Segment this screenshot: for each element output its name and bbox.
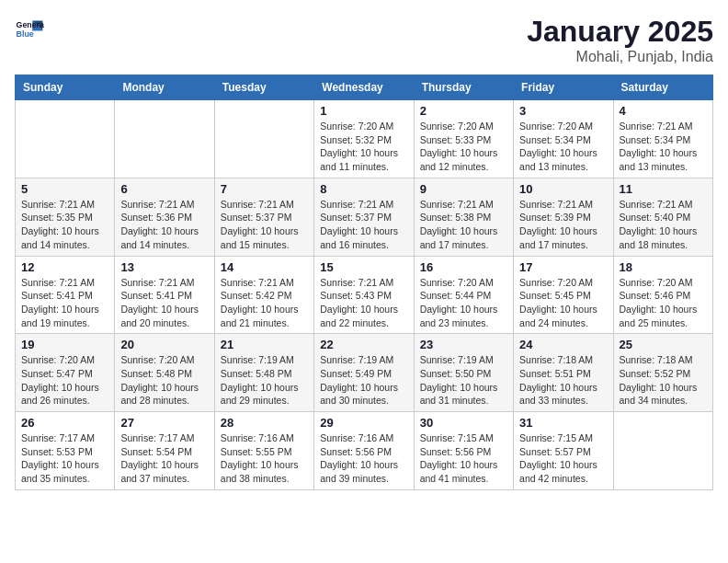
day-number: 4 <box>620 104 707 118</box>
day-info: Sunrise: 7:21 AMSunset: 5:38 PMDaylight:… <box>420 198 507 252</box>
calendar-cell: 10Sunrise: 7:21 AMSunset: 5:39 PMDayligh… <box>514 178 613 256</box>
calendar-cell: 29Sunrise: 7:16 AMSunset: 5:56 PMDayligh… <box>314 412 414 490</box>
day-info: Sunrise: 7:15 AMSunset: 5:56 PMDaylight:… <box>420 431 507 486</box>
day-number: 17 <box>519 260 607 274</box>
day-header-monday: Monday <box>115 75 214 100</box>
calendar-cell <box>214 100 313 178</box>
calendar-table: SundayMondayTuesdayWednesdayThursdayFrid… <box>15 75 713 490</box>
day-number: 8 <box>320 182 407 196</box>
week-row-5: 26Sunrise: 7:17 AMSunset: 5:53 PMDayligh… <box>16 412 713 490</box>
calendar-cell: 13Sunrise: 7:21 AMSunset: 5:41 PMDayligh… <box>115 256 214 334</box>
day-number: 27 <box>120 416 208 430</box>
day-number: 21 <box>221 338 308 351</box>
logo: General Blue <box>15 15 44 44</box>
day-info: Sunrise: 7:21 AMSunset: 5:34 PMDaylight:… <box>620 120 707 174</box>
day-number: 3 <box>519 104 607 118</box>
calendar-cell: 21Sunrise: 7:19 AMSunset: 5:48 PMDayligh… <box>214 334 313 412</box>
day-number: 19 <box>21 338 108 351</box>
day-number: 2 <box>420 104 507 118</box>
day-number: 9 <box>420 182 507 196</box>
calendar-cell: 6Sunrise: 7:21 AMSunset: 5:36 PMDaylight… <box>115 178 214 256</box>
day-number: 20 <box>120 338 208 351</box>
calendar-cell: 2Sunrise: 7:20 AMSunset: 5:33 PMDaylight… <box>414 100 513 178</box>
day-info: Sunrise: 7:20 AMSunset: 5:48 PMDaylight:… <box>120 353 208 408</box>
day-number: 26 <box>21 416 108 430</box>
week-row-4: 19Sunrise: 7:20 AMSunset: 5:47 PMDayligh… <box>16 334 713 412</box>
calendar-cell: 27Sunrise: 7:17 AMSunset: 5:54 PMDayligh… <box>115 412 214 490</box>
calendar-cell <box>115 100 214 178</box>
day-number: 15 <box>320 260 407 274</box>
calendar-cell: 22Sunrise: 7:19 AMSunset: 5:49 PMDayligh… <box>314 334 414 412</box>
day-info: Sunrise: 7:21 AMSunset: 5:35 PMDaylight:… <box>21 198 108 252</box>
day-info: Sunrise: 7:17 AMSunset: 5:53 PMDaylight:… <box>21 431 108 486</box>
calendar-cell: 15Sunrise: 7:21 AMSunset: 5:43 PMDayligh… <box>314 256 414 334</box>
day-info: Sunrise: 7:21 AMSunset: 5:40 PMDaylight:… <box>620 198 707 252</box>
day-number: 6 <box>120 182 208 196</box>
calendar-cell: 25Sunrise: 7:18 AMSunset: 5:52 PMDayligh… <box>613 334 712 412</box>
day-number: 12 <box>21 260 108 274</box>
week-row-1: 1Sunrise: 7:20 AMSunset: 5:32 PMDaylight… <box>16 100 713 178</box>
day-number: 30 <box>420 416 507 430</box>
day-header-friday: Friday <box>514 75 613 100</box>
logo-icon: General Blue <box>15 15 44 44</box>
day-info: Sunrise: 7:20 AMSunset: 5:34 PMDaylight:… <box>519 120 607 174</box>
day-info: Sunrise: 7:20 AMSunset: 5:45 PMDaylight:… <box>519 276 607 330</box>
calendar-cell: 26Sunrise: 7:17 AMSunset: 5:53 PMDayligh… <box>16 412 115 490</box>
calendar-cell: 8Sunrise: 7:21 AMSunset: 5:37 PMDaylight… <box>314 178 414 256</box>
week-row-2: 5Sunrise: 7:21 AMSunset: 5:35 PMDaylight… <box>16 178 713 256</box>
day-info: Sunrise: 7:15 AMSunset: 5:57 PMDaylight:… <box>519 431 607 486</box>
day-number: 16 <box>420 260 507 274</box>
day-header-thursday: Thursday <box>414 75 513 100</box>
day-info: Sunrise: 7:21 AMSunset: 5:41 PMDaylight:… <box>120 276 208 330</box>
calendar-cell: 19Sunrise: 7:20 AMSunset: 5:47 PMDayligh… <box>16 334 115 412</box>
calendar-cell: 7Sunrise: 7:21 AMSunset: 5:37 PMDaylight… <box>214 178 313 256</box>
page-header: General Blue January 2025 Mohali, Punjab… <box>15 15 713 65</box>
calendar-cell: 18Sunrise: 7:20 AMSunset: 5:46 PMDayligh… <box>613 256 712 334</box>
day-info: Sunrise: 7:21 AMSunset: 5:39 PMDaylight:… <box>519 198 607 252</box>
day-number: 10 <box>519 182 607 196</box>
day-info: Sunrise: 7:21 AMSunset: 5:41 PMDaylight:… <box>21 276 108 330</box>
day-number: 23 <box>420 338 507 351</box>
title-block: January 2025 Mohali, Punjab, India <box>527 15 713 65</box>
day-number: 29 <box>320 416 407 430</box>
day-info: Sunrise: 7:16 AMSunset: 5:56 PMDaylight:… <box>320 431 407 486</box>
calendar-cell: 28Sunrise: 7:16 AMSunset: 5:55 PMDayligh… <box>214 412 313 490</box>
day-number: 1 <box>320 104 407 118</box>
header-row: SundayMondayTuesdayWednesdayThursdayFrid… <box>16 75 713 100</box>
day-number: 28 <box>221 416 308 430</box>
day-number: 24 <box>519 338 607 351</box>
calendar-cell: 16Sunrise: 7:20 AMSunset: 5:44 PMDayligh… <box>414 256 513 334</box>
day-info: Sunrise: 7:16 AMSunset: 5:55 PMDaylight:… <box>221 431 308 486</box>
day-info: Sunrise: 7:21 AMSunset: 5:36 PMDaylight:… <box>120 198 208 252</box>
day-number: 31 <box>519 416 607 430</box>
calendar-cell: 23Sunrise: 7:19 AMSunset: 5:50 PMDayligh… <box>414 334 513 412</box>
day-number: 11 <box>620 182 707 196</box>
day-info: Sunrise: 7:20 AMSunset: 5:33 PMDaylight:… <box>420 120 507 174</box>
day-info: Sunrise: 7:19 AMSunset: 5:50 PMDaylight:… <box>420 353 507 408</box>
calendar-cell <box>613 412 712 490</box>
day-number: 22 <box>320 338 407 351</box>
day-info: Sunrise: 7:18 AMSunset: 5:52 PMDaylight:… <box>620 353 707 408</box>
calendar-cell: 4Sunrise: 7:21 AMSunset: 5:34 PMDaylight… <box>613 100 712 178</box>
day-header-wednesday: Wednesday <box>314 75 414 100</box>
day-number: 13 <box>120 260 208 274</box>
day-info: Sunrise: 7:20 AMSunset: 5:32 PMDaylight:… <box>320 120 407 174</box>
calendar-cell: 30Sunrise: 7:15 AMSunset: 5:56 PMDayligh… <box>414 412 513 490</box>
svg-text:Blue: Blue <box>17 29 34 39</box>
day-info: Sunrise: 7:21 AMSunset: 5:37 PMDaylight:… <box>320 198 407 252</box>
day-header-saturday: Saturday <box>613 75 712 100</box>
calendar-cell: 17Sunrise: 7:20 AMSunset: 5:45 PMDayligh… <box>514 256 613 334</box>
calendar-cell: 20Sunrise: 7:20 AMSunset: 5:48 PMDayligh… <box>115 334 214 412</box>
day-header-tuesday: Tuesday <box>214 75 313 100</box>
calendar-subtitle: Mohali, Punjab, India <box>527 49 713 65</box>
day-info: Sunrise: 7:21 AMSunset: 5:37 PMDaylight:… <box>221 198 308 252</box>
day-info: Sunrise: 7:20 AMSunset: 5:44 PMDaylight:… <box>420 276 507 330</box>
calendar-cell: 24Sunrise: 7:18 AMSunset: 5:51 PMDayligh… <box>514 334 613 412</box>
calendar-cell <box>16 100 115 178</box>
week-row-3: 12Sunrise: 7:21 AMSunset: 5:41 PMDayligh… <box>16 256 713 334</box>
svg-text:General: General <box>17 20 44 29</box>
calendar-cell: 31Sunrise: 7:15 AMSunset: 5:57 PMDayligh… <box>514 412 613 490</box>
day-number: 14 <box>221 260 308 274</box>
calendar-cell: 12Sunrise: 7:21 AMSunset: 5:41 PMDayligh… <box>16 256 115 334</box>
day-info: Sunrise: 7:20 AMSunset: 5:47 PMDaylight:… <box>21 353 108 408</box>
